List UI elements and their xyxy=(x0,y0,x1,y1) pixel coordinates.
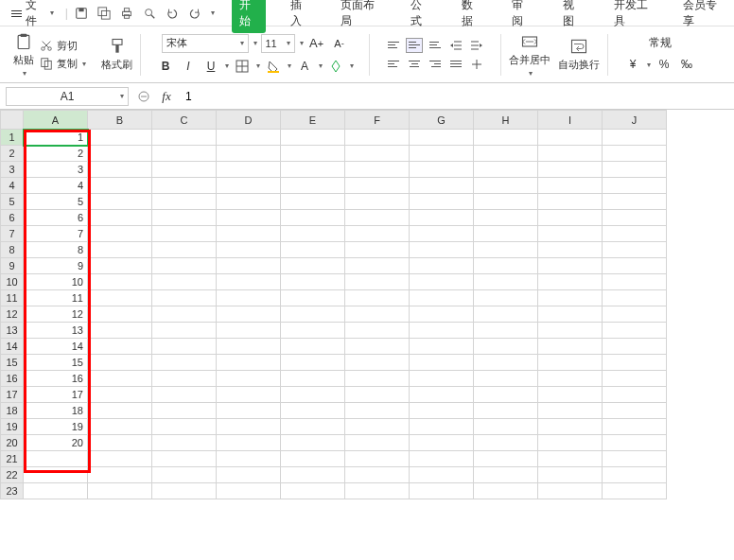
col-header-J[interactable]: J xyxy=(603,111,667,130)
cell-H16[interactable] xyxy=(474,371,538,387)
cell-G22[interactable] xyxy=(410,467,474,483)
cell-I17[interactable] xyxy=(538,387,603,403)
cell-A5[interactable]: 5 xyxy=(24,194,88,210)
cell-G10[interactable] xyxy=(410,274,474,290)
undo-icon[interactable] xyxy=(165,6,180,21)
tab-1[interactable]: 插入 xyxy=(283,0,317,33)
cell-F20[interactable] xyxy=(345,435,410,451)
cell-E19[interactable] xyxy=(281,419,345,435)
cell-A10[interactable]: 10 xyxy=(24,274,88,290)
cell-D3[interactable] xyxy=(217,162,281,178)
cell-I4[interactable] xyxy=(538,178,603,194)
cell-J9[interactable] xyxy=(603,258,667,274)
print-preview-icon[interactable] xyxy=(142,6,157,21)
cell-E7[interactable] xyxy=(281,226,345,242)
cell-C2[interactable] xyxy=(152,146,217,162)
paste-button[interactable]: 粘贴▾ xyxy=(13,32,34,78)
cancel-icon[interactable] xyxy=(136,89,151,104)
cell-E23[interactable] xyxy=(281,483,345,499)
cell-A22[interactable] xyxy=(24,467,88,483)
cell-A16[interactable]: 16 xyxy=(24,371,88,387)
cell-I18[interactable] xyxy=(538,403,603,419)
cell-A1[interactable]: 1 xyxy=(24,130,88,146)
cell-A19[interactable]: 19 xyxy=(24,419,88,435)
redo-icon[interactable] xyxy=(187,6,202,21)
number-format-label[interactable]: 常规 xyxy=(649,35,672,51)
cell-E6[interactable] xyxy=(281,210,345,226)
cell-G7[interactable] xyxy=(410,226,474,242)
cell-C11[interactable] xyxy=(152,290,217,306)
col-header-A[interactable]: A xyxy=(24,111,88,130)
cell-D21[interactable] xyxy=(217,451,281,467)
cell-E8[interactable] xyxy=(281,242,345,258)
cell-D4[interactable] xyxy=(217,178,281,194)
cell-B18[interactable] xyxy=(88,403,152,419)
cell-D17[interactable] xyxy=(217,387,281,403)
cell-B5[interactable] xyxy=(88,194,152,210)
cut-button[interactable]: 剪切 xyxy=(40,39,86,53)
row-header-13[interactable]: 13 xyxy=(1,323,24,339)
align-bottom-button[interactable] xyxy=(427,38,444,53)
cell-I22[interactable] xyxy=(538,467,603,483)
cell-J17[interactable] xyxy=(603,387,667,403)
align-middle-button[interactable] xyxy=(406,38,423,53)
cell-A15[interactable]: 15 xyxy=(24,355,88,371)
cell-E17[interactable] xyxy=(281,387,345,403)
copy-button[interactable]: 复制▾ xyxy=(40,57,86,71)
cell-G18[interactable] xyxy=(410,403,474,419)
row-header-2[interactable]: 2 xyxy=(1,146,24,162)
italic-button[interactable]: I xyxy=(179,57,198,76)
cell-A20[interactable]: 20 xyxy=(24,435,88,451)
underline-button[interactable]: U xyxy=(201,57,220,76)
cell-F13[interactable] xyxy=(345,323,410,339)
cell-B4[interactable] xyxy=(88,178,152,194)
cell-H13[interactable] xyxy=(474,323,538,339)
cell-F22[interactable] xyxy=(345,467,410,483)
cell-E12[interactable] xyxy=(281,306,345,323)
chevron-down-icon[interactable]: ▾ xyxy=(211,9,215,17)
tab-4[interactable]: 数据 xyxy=(454,0,488,33)
cell-J7[interactable] xyxy=(603,226,667,242)
cell-A23[interactable] xyxy=(24,483,88,499)
cell-J11[interactable] xyxy=(603,290,667,306)
font-color-button[interactable]: A xyxy=(295,57,314,76)
row-header-12[interactable]: 12 xyxy=(1,306,24,323)
cell-E1[interactable] xyxy=(281,130,345,146)
cell-A9[interactable]: 9 xyxy=(24,258,88,274)
cell-D15[interactable] xyxy=(217,355,281,371)
cell-I16[interactable] xyxy=(538,371,603,387)
cell-F23[interactable] xyxy=(345,483,410,499)
row-header-16[interactable]: 16 xyxy=(1,371,24,387)
cell-E4[interactable] xyxy=(281,178,345,194)
cell-E2[interactable] xyxy=(281,146,345,162)
font-name-select[interactable]: 宋体▾ xyxy=(162,34,249,53)
cell-J4[interactable] xyxy=(603,178,667,194)
cell-H4[interactable] xyxy=(474,178,538,194)
cell-I2[interactable] xyxy=(538,146,603,162)
justify-button[interactable] xyxy=(447,57,464,72)
cell-H22[interactable] xyxy=(474,467,538,483)
cell-B15[interactable] xyxy=(88,355,152,371)
cell-B13[interactable] xyxy=(88,323,152,339)
cell-I7[interactable] xyxy=(538,226,603,242)
cell-D14[interactable] xyxy=(217,339,281,355)
cell-D2[interactable] xyxy=(217,146,281,162)
cell-I21[interactable] xyxy=(538,451,603,467)
cell-G17[interactable] xyxy=(410,387,474,403)
cell-E20[interactable] xyxy=(281,435,345,451)
cell-F15[interactable] xyxy=(345,355,410,371)
cell-B14[interactable] xyxy=(88,339,152,355)
cell-D9[interactable] xyxy=(217,258,281,274)
cell-B3[interactable] xyxy=(88,162,152,178)
cell-D16[interactable] xyxy=(217,371,281,387)
cell-J16[interactable] xyxy=(603,371,667,387)
cell-A14[interactable]: 14 xyxy=(24,339,88,355)
cell-F14[interactable] xyxy=(345,339,410,355)
row-header-5[interactable]: 5 xyxy=(1,194,24,210)
cell-B11[interactable] xyxy=(88,290,152,306)
cell-I19[interactable] xyxy=(538,419,603,435)
row-header-1[interactable]: 1 xyxy=(1,130,24,146)
cell-F8[interactable] xyxy=(345,242,410,258)
cell-F16[interactable] xyxy=(345,371,410,387)
tab-8[interactable]: 会员专享 xyxy=(675,0,728,33)
